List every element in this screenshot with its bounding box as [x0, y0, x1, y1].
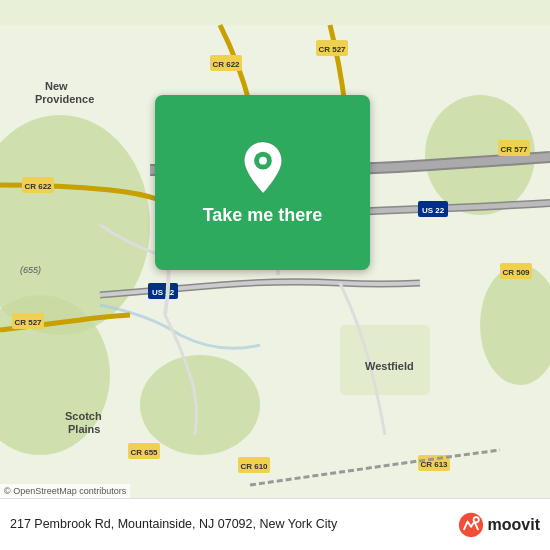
scotch-plains-label: Scotch [65, 410, 102, 422]
osm-attribution: © OpenStreetMap contributors [0, 484, 130, 498]
map-svg: I 78 US 22 US 22 CR 622 CR 622 CR 527 CR… [0, 0, 550, 550]
new-providence-label2: Providence [35, 93, 94, 105]
scotch-plains-label2: Plains [68, 423, 100, 435]
new-providence-label: New [45, 80, 68, 92]
cr527-top-label: CR 527 [318, 45, 346, 54]
cr509-label: CR 509 [502, 268, 530, 277]
bottom-bar: 217 Pembrook Rd, Mountainside, NJ 07092,… [0, 498, 550, 550]
moovit-icon [458, 512, 484, 538]
map-container: I 78 US 22 US 22 CR 622 CR 622 CR 527 CR… [0, 0, 550, 550]
svg-point-3 [140, 355, 260, 455]
moovit-logo: moovit [458, 512, 540, 538]
us22-bottom-label: US 22 [152, 288, 175, 297]
moovit-text: moovit [488, 516, 540, 534]
location-pin-icon [239, 140, 287, 195]
take-me-there-button[interactable]: Take me there [155, 95, 370, 270]
cr622-left-label: CR 622 [24, 182, 52, 191]
cr527-left-label: CR 527 [14, 318, 42, 327]
cr577-label: CR 577 [500, 145, 528, 154]
westfield-label: Westfield [365, 360, 414, 372]
us22-top-label: US 22 [422, 206, 445, 215]
take-me-there-label: Take me there [203, 205, 323, 226]
cr622-top-label: CR 622 [212, 60, 240, 69]
svg-point-20 [259, 156, 267, 164]
address-label: 217 Pembrook Rd, Mountainside, NJ 07092,… [10, 516, 448, 532]
r655-paren-label: (655) [20, 265, 41, 275]
svg-point-23 [474, 518, 477, 521]
cr655-label: CR 655 [130, 448, 158, 457]
svg-point-21 [458, 512, 482, 536]
cr610-label: CR 610 [240, 462, 268, 471]
osm-text: © OpenStreetMap contributors [4, 486, 126, 496]
